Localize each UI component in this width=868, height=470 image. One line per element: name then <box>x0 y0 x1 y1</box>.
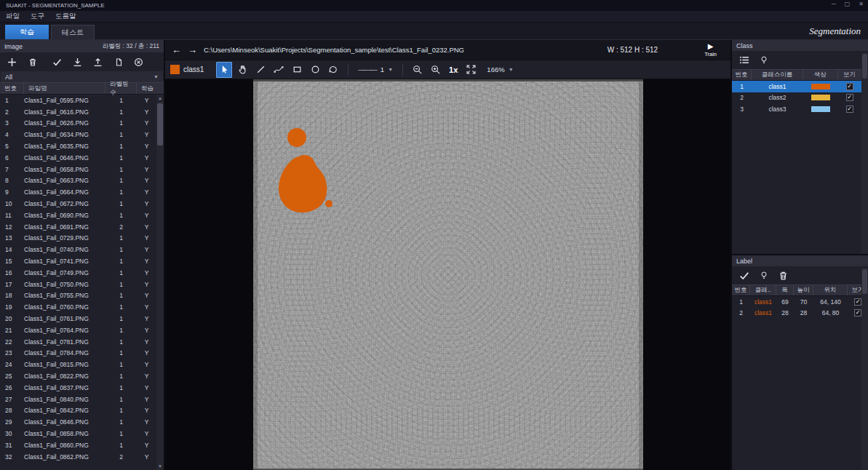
image-canvas[interactable] <box>165 79 730 470</box>
train-button[interactable]: ▶ Train <box>704 43 717 57</box>
image-list-item[interactable]: 14 Class1_Fail_0740.PNG 1 Y <box>0 244 156 255</box>
scrollbar-thumb[interactable] <box>157 103 163 146</box>
ellipse-tool-button[interactable] <box>307 62 323 78</box>
scroll-down-icon[interactable]: ▼ <box>156 463 164 470</box>
sample-image[interactable] <box>253 79 643 470</box>
segmentation-blob-large[interactable] <box>278 155 326 212</box>
add-image-icon[interactable] <box>7 57 17 68</box>
image-list-item[interactable]: 15 Class1_Fail_0741.PNG 1 Y <box>0 255 156 267</box>
menu-tools[interactable]: 도구 <box>31 12 44 21</box>
segmentation-blob-dot[interactable] <box>325 200 333 207</box>
minimize-button[interactable]: ─ <box>832 1 836 7</box>
image-list-item[interactable]: 12 Class1_Fail_0691.PNG 2 Y <box>0 221 156 233</box>
class-list-icon[interactable] <box>738 55 749 65</box>
show-all-bulb-icon[interactable] <box>758 55 769 65</box>
class-color-swatch[interactable] <box>811 95 830 100</box>
tab-test[interactable]: 테스트 <box>51 25 95 39</box>
image-list-item[interactable]: 29 Class1_Fail_0846.PNG 1 Y <box>0 416 156 428</box>
class-visibility-checkbox[interactable] <box>846 83 853 90</box>
label-visibility-checkbox[interactable] <box>854 298 861 306</box>
image-list-item[interactable]: 26 Class1_Fail_0837.PNG 1 Y <box>0 382 156 394</box>
export-icon[interactable] <box>92 57 103 68</box>
fit-screen-button[interactable] <box>463 62 479 78</box>
image-list-item[interactable]: 28 Class1_Fail_0842.PNG 1 Y <box>0 405 156 417</box>
image-list-item[interactable]: 4 Class1_Fail_0634.PNG 1 Y <box>0 129 156 140</box>
exclude-image-icon[interactable] <box>133 57 144 68</box>
label-scrollbar[interactable] <box>861 268 868 470</box>
class-row[interactable]: 3 class3 <box>732 103 868 115</box>
rectangle-tool-button[interactable] <box>289 62 305 78</box>
image-list-item[interactable]: 18 Class1_Fail_0755.PNG 1 Y <box>0 290 156 302</box>
image-list-item[interactable]: 5 Class1_Fail_0635.PNG 1 Y <box>0 140 156 152</box>
image-list-item[interactable]: 19 Class1_Fail_0760.PNG 1 Y <box>0 301 156 313</box>
viewer-area: ← → C:\Users\Minseok\Suakit\Projects\Seg… <box>165 40 732 470</box>
image-list-item[interactable]: 11 Class1_Fail_0690.PNG 1 Y <box>0 210 156 221</box>
menu-bar: 파일 도구 도움말 <box>0 11 868 23</box>
image-list-item[interactable]: 22 Class1_Fail_0781.PNG 1 Y <box>0 336 156 348</box>
image-list-item[interactable]: 9 Class1_Fail_0664.PNG 1 Y <box>0 186 156 198</box>
label-bulb-icon[interactable] <box>758 270 769 281</box>
segmentation-blob-small[interactable] <box>287 128 306 147</box>
scroll-up-icon[interactable]: ▲ <box>156 95 164 102</box>
zoom-in-button[interactable] <box>428 62 444 78</box>
polygon-tool-button[interactable] <box>325 62 341 78</box>
image-list-item[interactable]: 30 Class1_Fail_0858.PNG 1 Y <box>0 428 156 439</box>
class-scrollbar[interactable] <box>861 52 868 254</box>
menu-help[interactable]: 도움말 <box>55 12 76 21</box>
zoom-percent-dropdown[interactable]: 166% ▼ <box>487 65 513 73</box>
tab-train[interactable]: 학습 <box>5 25 49 39</box>
image-list-item[interactable]: 13 Class1_Fail_0729.PNG 1 Y <box>0 233 156 244</box>
label-check-icon[interactable] <box>738 270 749 281</box>
zoom-reset-button[interactable]: 1x <box>449 65 458 74</box>
menu-file[interactable]: 파일 <box>6 12 20 21</box>
image-list-item[interactable]: 3 Class1_Fail_0626.PNG 1 Y <box>0 118 156 130</box>
image-list-item[interactable]: 25 Class1_Fail_0822.PNG 1 Y <box>0 370 156 382</box>
image-list-item[interactable]: 23 Class1_Fail_0784.PNG 1 Y <box>0 348 156 359</box>
zoom-out-button[interactable] <box>410 62 426 78</box>
image-list-item[interactable]: 8 Class1_Fail_0663.PNG 1 Y <box>0 175 156 187</box>
image-list-item[interactable]: 16 Class1_Fail_0749.PNG 1 Y <box>0 267 156 279</box>
import-icon[interactable] <box>72 57 83 68</box>
line-width-dropdown[interactable]: ——— 1 ▼ <box>358 65 393 73</box>
class-row[interactable]: 2 class2 <box>732 92 868 104</box>
active-class-chip[interactable]: class1 <box>170 65 204 74</box>
class-color-swatch[interactable] <box>811 84 830 89</box>
class-visibility-checkbox[interactable] <box>846 105 853 113</box>
image-list-item[interactable]: 21 Class1_Fail_0764.PNG 1 Y <box>0 324 156 336</box>
copy-document-icon[interactable] <box>113 57 124 68</box>
image-filter-value: All <box>5 73 12 81</box>
forward-arrow-icon[interactable]: → <box>188 45 197 55</box>
class-color-swatch[interactable] <box>811 106 830 112</box>
image-list-item[interactable]: 7 Class1_Fail_0658.PNG 1 Y <box>0 164 156 175</box>
class-table-body: 1 class1 2 class2 3 class3 <box>732 81 868 254</box>
image-list-item[interactable]: 2 Class1_Fail_0616.PNG 1 Y <box>0 106 156 118</box>
label-delete-icon[interactable] <box>778 270 789 281</box>
image-list-item[interactable]: 17 Class1_Fail_0750.PNG 1 Y <box>0 279 156 290</box>
maximize-button[interactable]: ▢ <box>845 1 851 7</box>
label-visibility-checkbox[interactable] <box>854 309 861 316</box>
line-tool-button[interactable] <box>252 62 268 78</box>
image-list-item[interactable]: 31 Class1_Fail_0860.PNG 1 Y <box>0 439 156 451</box>
select-tool-button[interactable] <box>216 62 232 78</box>
class-visibility-checkbox[interactable] <box>846 94 853 101</box>
class-row[interactable]: 1 class1 <box>732 81 868 92</box>
zoom-percent-value: 166% <box>487 65 504 73</box>
image-list-item[interactable]: 24 Class1_Fail_0815.PNG 1 Y <box>0 359 156 370</box>
delete-image-icon[interactable] <box>27 57 38 68</box>
label-row[interactable]: 2 class1 28 28 64, 80 <box>732 308 868 319</box>
image-list-item[interactable]: 32 Class1_Fail_0862.PNG 2 Y <box>0 451 156 463</box>
image-list-scrollbar[interactable]: ▲ ▼ <box>156 95 164 470</box>
class-table-header: 번호 클래스이름 색상 보기 <box>732 69 868 81</box>
label-row[interactable]: 1 class1 69 70 64, 140 <box>732 296 868 308</box>
image-list-item[interactable]: 10 Class1_Fail_0672.PNG 1 Y <box>0 198 156 210</box>
image-list-item[interactable]: 1 Class1_Fail_0595.PNG 1 Y <box>0 95 156 106</box>
check-label-icon[interactable] <box>52 57 63 68</box>
image-list-item[interactable]: 6 Class1_Fail_0646.PNG 1 Y <box>0 152 156 164</box>
image-list-item[interactable]: 20 Class1_Fail_0761.PNG 1 Y <box>0 313 156 324</box>
back-arrow-icon[interactable]: ← <box>172 45 181 55</box>
image-list-item[interactable]: 27 Class1_Fail_0840.PNG 1 Y <box>0 394 156 405</box>
pan-tool-button[interactable] <box>234 62 250 78</box>
image-filter-dropdown[interactable]: All ▼ <box>1 71 163 82</box>
close-button[interactable]: ✕ <box>859 1 864 7</box>
curve-tool-button[interactable] <box>271 62 287 78</box>
